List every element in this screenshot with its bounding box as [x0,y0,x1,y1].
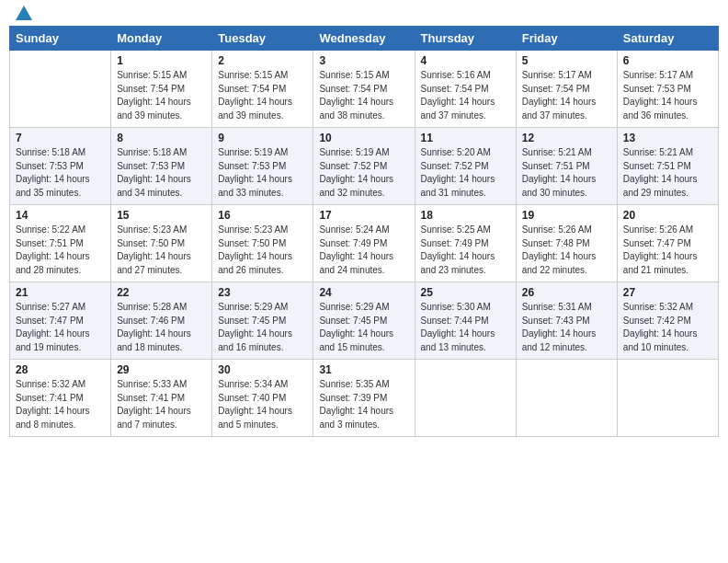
calendar-cell: 8Sunrise: 5:18 AM Sunset: 7:53 PM Daylig… [111,128,212,205]
calendar-cell [415,360,516,437]
calendar-cell: 3Sunrise: 5:15 AM Sunset: 7:54 PM Daylig… [313,51,415,128]
calendar-cell: 2Sunrise: 5:15 AM Sunset: 7:54 PM Daylig… [212,51,313,128]
day-number: 23 [218,286,307,299]
day-number: 18 [421,209,510,222]
calendar-cell: 7Sunrise: 5:18 AM Sunset: 7:53 PM Daylig… [10,128,111,205]
day-number: 22 [117,286,206,299]
day-info: Sunrise: 5:35 AM Sunset: 7:39 PM Dayligh… [319,378,408,431]
calendar-cell: 5Sunrise: 5:17 AM Sunset: 7:54 PM Daylig… [516,51,617,128]
day-info: Sunrise: 5:32 AM Sunset: 7:41 PM Dayligh… [16,378,105,431]
day-info: Sunrise: 5:26 AM Sunset: 7:47 PM Dayligh… [623,224,712,277]
day-number: 29 [117,363,206,376]
calendar-day-header: Friday [516,27,617,51]
day-info: Sunrise: 5:17 AM Sunset: 7:54 PM Dayligh… [522,69,611,122]
day-number: 11 [421,132,510,144]
calendar-cell: 22Sunrise: 5:28 AM Sunset: 7:46 PM Dayli… [111,282,212,360]
day-number: 16 [218,209,307,222]
day-info: Sunrise: 5:16 AM Sunset: 7:54 PM Dayligh… [421,69,510,122]
calendar-day-header: Tuesday [212,27,313,51]
calendar-week-row: 14Sunrise: 5:22 AM Sunset: 7:51 PM Dayli… [10,205,719,282]
day-info: Sunrise: 5:32 AM Sunset: 7:42 PM Dayligh… [623,301,712,354]
day-info: Sunrise: 5:28 AM Sunset: 7:46 PM Dayligh… [117,301,206,354]
calendar-cell: 23Sunrise: 5:29 AM Sunset: 7:45 PM Dayli… [212,282,313,360]
calendar-week-row: 28Sunrise: 5:32 AM Sunset: 7:41 PM Dayli… [10,360,719,437]
day-number: 14 [16,209,105,222]
calendar-header-row: SundayMondayTuesdayWednesdayThursdayFrid… [10,27,719,51]
day-number: 5 [522,54,611,67]
day-info: Sunrise: 5:30 AM Sunset: 7:44 PM Dayligh… [421,301,510,354]
day-number: 3 [319,54,408,67]
day-info: Sunrise: 5:31 AM Sunset: 7:43 PM Dayligh… [522,301,611,354]
day-info: Sunrise: 5:15 AM Sunset: 7:54 PM Dayligh… [117,69,206,122]
calendar-cell: 18Sunrise: 5:25 AM Sunset: 7:49 PM Dayli… [415,205,516,282]
calendar-cell: 12Sunrise: 5:21 AM Sunset: 7:51 PM Dayli… [516,128,617,205]
calendar-cell: 29Sunrise: 5:33 AM Sunset: 7:41 PM Dayli… [111,360,212,437]
day-info: Sunrise: 5:18 AM Sunset: 7:53 PM Dayligh… [16,146,105,200]
day-info: Sunrise: 5:20 AM Sunset: 7:52 PM Dayligh… [421,146,510,200]
calendar-cell: 24Sunrise: 5:29 AM Sunset: 7:45 PM Dayli… [313,282,415,360]
calendar-cell: 10Sunrise: 5:19 AM Sunset: 7:52 PM Dayli… [313,128,415,205]
day-number: 21 [16,286,105,299]
day-info: Sunrise: 5:15 AM Sunset: 7:54 PM Dayligh… [218,69,307,122]
day-number: 26 [522,286,611,299]
day-info: Sunrise: 5:34 AM Sunset: 7:40 PM Dayligh… [218,378,307,431]
day-info: Sunrise: 5:19 AM Sunset: 7:53 PM Dayligh… [218,146,307,200]
day-info: Sunrise: 5:24 AM Sunset: 7:49 PM Dayligh… [319,224,408,277]
calendar-week-row: 7Sunrise: 5:18 AM Sunset: 7:53 PM Daylig… [10,128,719,205]
day-info: Sunrise: 5:17 AM Sunset: 7:53 PM Dayligh… [623,69,712,122]
calendar-cell [617,360,718,437]
day-number: 17 [319,209,408,222]
page-header [9,9,719,20]
calendar-cell: 25Sunrise: 5:30 AM Sunset: 7:44 PM Dayli… [415,282,516,360]
calendar-cell: 15Sunrise: 5:23 AM Sunset: 7:50 PM Dayli… [111,205,212,282]
calendar-cell: 14Sunrise: 5:22 AM Sunset: 7:51 PM Dayli… [10,205,111,282]
calendar-cell: 20Sunrise: 5:26 AM Sunset: 7:47 PM Dayli… [617,205,718,282]
day-number: 28 [16,363,105,376]
day-number: 6 [623,54,712,67]
calendar-cell: 4Sunrise: 5:16 AM Sunset: 7:54 PM Daylig… [415,51,516,128]
day-number: 25 [421,286,510,299]
calendar-cell [10,51,111,128]
day-info: Sunrise: 5:18 AM Sunset: 7:53 PM Dayligh… [117,146,206,200]
calendar-cell: 27Sunrise: 5:32 AM Sunset: 7:42 PM Dayli… [617,282,718,360]
calendar-day-header: Saturday [617,27,718,51]
day-number: 30 [218,363,307,376]
day-number: 4 [421,54,510,67]
calendar-cell: 21Sunrise: 5:27 AM Sunset: 7:47 PM Dayli… [10,282,111,360]
logo [13,9,32,20]
calendar-cell: 28Sunrise: 5:32 AM Sunset: 7:41 PM Dayli… [10,360,111,437]
day-info: Sunrise: 5:27 AM Sunset: 7:47 PM Dayligh… [16,301,105,354]
day-info: Sunrise: 5:15 AM Sunset: 7:54 PM Dayligh… [319,69,408,122]
calendar-day-header: Thursday [415,27,516,51]
calendar-table: SundayMondayTuesdayWednesdayThursdayFrid… [9,26,719,437]
day-info: Sunrise: 5:21 AM Sunset: 7:51 PM Dayligh… [623,146,712,200]
calendar-cell: 13Sunrise: 5:21 AM Sunset: 7:51 PM Dayli… [617,128,718,205]
day-number: 9 [218,132,307,144]
calendar-cell: 11Sunrise: 5:20 AM Sunset: 7:52 PM Dayli… [415,128,516,205]
day-number: 19 [522,209,611,222]
day-info: Sunrise: 5:29 AM Sunset: 7:45 PM Dayligh… [319,301,408,354]
calendar-cell: 31Sunrise: 5:35 AM Sunset: 7:39 PM Dayli… [313,360,415,437]
calendar-day-header: Sunday [10,27,111,51]
day-number: 7 [16,132,105,144]
day-number: 13 [623,132,712,144]
day-number: 31 [319,363,408,376]
calendar-cell: 9Sunrise: 5:19 AM Sunset: 7:53 PM Daylig… [212,128,313,205]
day-number: 2 [218,54,307,67]
calendar-cell: 30Sunrise: 5:34 AM Sunset: 7:40 PM Dayli… [212,360,313,437]
day-info: Sunrise: 5:19 AM Sunset: 7:52 PM Dayligh… [319,146,408,200]
calendar-week-row: 1Sunrise: 5:15 AM Sunset: 7:54 PM Daylig… [10,51,719,128]
day-info: Sunrise: 5:29 AM Sunset: 7:45 PM Dayligh… [218,301,307,354]
calendar-cell: 6Sunrise: 5:17 AM Sunset: 7:53 PM Daylig… [617,51,718,128]
day-info: Sunrise: 5:21 AM Sunset: 7:51 PM Dayligh… [522,146,611,200]
calendar-cell: 19Sunrise: 5:26 AM Sunset: 7:48 PM Dayli… [516,205,617,282]
day-number: 1 [117,54,206,67]
calendar-cell [516,360,617,437]
calendar-cell: 16Sunrise: 5:23 AM Sunset: 7:50 PM Dayli… [212,205,313,282]
calendar-cell: 1Sunrise: 5:15 AM Sunset: 7:54 PM Daylig… [111,51,212,128]
calendar-cell: 17Sunrise: 5:24 AM Sunset: 7:49 PM Dayli… [313,205,415,282]
day-info: Sunrise: 5:25 AM Sunset: 7:49 PM Dayligh… [421,224,510,277]
day-number: 27 [623,286,712,299]
day-number: 20 [623,209,712,222]
day-info: Sunrise: 5:33 AM Sunset: 7:41 PM Dayligh… [117,378,206,431]
